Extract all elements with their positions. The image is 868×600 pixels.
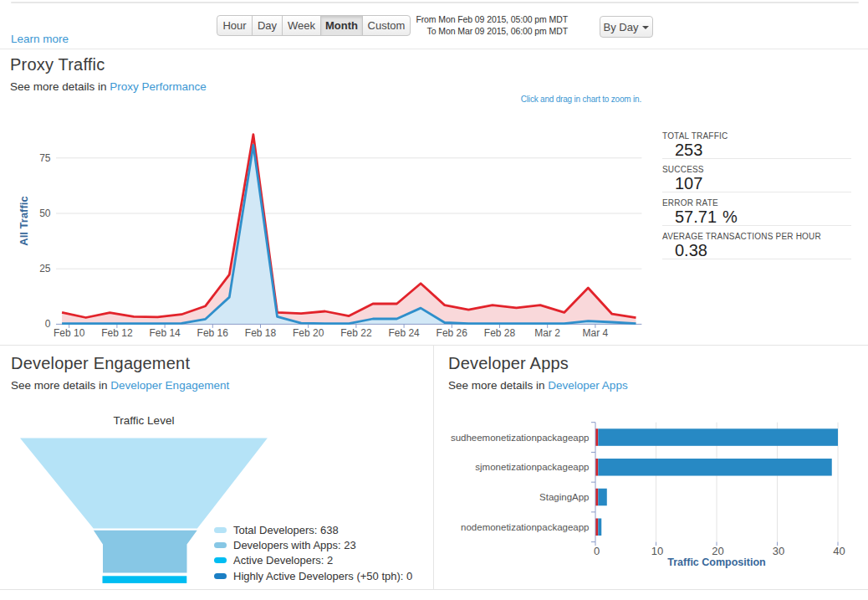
x-tick-label: Feb 12 — [101, 327, 133, 339]
funnel-title: Traffic Level — [85, 414, 202, 427]
x-tick-label: 0 — [594, 545, 600, 557]
date-range-display: From Mon Feb 09 2015, 05:00 pm MDT To Mo… — [394, 14, 568, 37]
y-tick-label: 75 — [39, 152, 51, 164]
stat-value: 253 — [662, 141, 851, 158]
stat-row: AVERAGE TRANSACTIONS PER HOUR0.38 — [662, 226, 851, 259]
bar-segment-traffic-2 — [598, 489, 607, 506]
x-tick-label: Feb 28 — [484, 327, 516, 339]
legend-swatch — [214, 557, 227, 563]
legend-label: Active Developers: 2 — [233, 554, 333, 567]
x-tick-label: Feb 10 — [54, 327, 85, 339]
x-tick-label: 40 — [833, 545, 845, 557]
date-from-label: From — [416, 14, 436, 24]
date-to-label: To — [427, 26, 437, 36]
category-label: sudheemonetizationpackageapp — [451, 433, 590, 443]
x-axis-title: Traffic Composition — [667, 556, 765, 568]
x-tick-label: Feb 22 — [340, 327, 372, 339]
series-line-all-traffic — [62, 135, 636, 318]
x-tick-label: Feb 14 — [149, 327, 181, 339]
group-by-label: By Day — [604, 21, 639, 33]
category-label: nodemonetizationpackageapp — [461, 522, 589, 532]
developer-engagement-title: Developer Engagement — [11, 354, 190, 373]
funnel-segment-active-developers — [103, 576, 187, 583]
y-axis-title: All Traffic — [18, 196, 30, 245]
date-from-line: From Mon Feb 09 2015, 05:00 pm MDT — [394, 14, 568, 26]
x-tick-label: Feb 24 — [388, 327, 420, 339]
x-tick-label: Feb 18 — [245, 327, 277, 339]
y-tick-label: 50 — [39, 208, 51, 219]
date-to-line: To Mon Mar 09 2015, 06:00 pm MDT — [394, 26, 568, 38]
section-divider-horizontal — [0, 345, 868, 346]
stat-value: 57.71% — [662, 208, 851, 225]
proxy-traffic-chart[interactable]: 0255075All TrafficFeb 10Feb 12Feb 14Feb … — [0, 107, 661, 341]
legend-label: Developers with Apps: 23 — [233, 539, 356, 551]
range-button-week[interactable]: Week — [282, 15, 321, 36]
x-tick-label: 20 — [712, 545, 723, 557]
top-panel-edge — [11, 2, 859, 3]
x-tick-label: Mar 4 — [583, 327, 609, 339]
group-by-dropdown-button[interactable]: By Day — [600, 16, 653, 38]
y-tick-label: 0 — [45, 318, 51, 330]
proxy-traffic-title: Proxy Traffic — [10, 55, 105, 74]
developer-apps-subtitle: See more details in Developer Apps — [448, 379, 628, 392]
legend-swatch — [214, 573, 227, 579]
proxy-traffic-subtitle: See more details in Proxy Performance — [10, 80, 207, 93]
x-tick-label: Feb 26 — [437, 327, 468, 339]
category-label: sjmonetizationpackageapp — [475, 462, 589, 472]
stat-row: TOTAL TRAFFIC253 — [662, 126, 851, 159]
date-from-value: Mon Feb 09 2015, 05:00 pm MDT — [438, 14, 568, 24]
caret-down-icon — [642, 26, 649, 29]
subtitle-text: See more details in — [10, 80, 107, 93]
legend-label: Total Developers: 638 — [233, 524, 339, 536]
x-tick-label: Mar 2 — [534, 327, 560, 339]
developer-apps-link[interactable]: Developer Apps — [548, 379, 627, 392]
chart-zoom-hint: Click and drag in chart to zoom in. — [521, 95, 641, 104]
x-tick-label: 10 — [651, 545, 663, 557]
stat-row: SUCCESS107 — [662, 159, 851, 192]
series-line-success — [62, 145, 636, 323]
traffic-stats-panel: TOTAL TRAFFIC253SUCCESS107ERROR RATE57.7… — [662, 126, 851, 259]
proxy-performance-link[interactable]: Proxy Performance — [110, 80, 207, 93]
stat-value: 107 — [662, 175, 851, 192]
x-tick-label: Feb 20 — [293, 327, 324, 339]
legend-item: Developers with Apps: 23 — [214, 537, 412, 552]
funnel-segment-total-developers — [20, 438, 268, 528]
developer-engagement-link[interactable]: Developer Engagement — [110, 379, 229, 392]
legend-label: Highly Active Developers (+50 tph): 0 — [233, 570, 412, 582]
toolbar-divider — [0, 49, 868, 49]
learn-more-link[interactable]: Learn more — [11, 33, 69, 45]
legend-swatch — [214, 542, 227, 548]
range-button-day[interactable]: Day — [252, 15, 283, 36]
series-area-all-traffic — [62, 135, 636, 325]
y-tick-label: 25 — [39, 263, 51, 274]
subtitle-text: See more details in — [11, 379, 108, 392]
bar-segment-traffic-1 — [598, 459, 831, 476]
x-tick-label: Feb 16 — [197, 327, 229, 339]
legend-swatch — [214, 527, 227, 533]
stat-value-suffix: % — [722, 208, 738, 226]
x-tick-label: 30 — [773, 545, 784, 557]
legend-item: Total Developers: 638 — [214, 522, 412, 537]
developer-apps-title: Developer Apps — [448, 354, 569, 373]
developer-apps-chart: sudheemonetizationpackageappsjmonetizati… — [433, 393, 868, 590]
bar-segment-traffic-0 — [598, 428, 838, 446]
stat-row: ERROR RATE57.71% — [662, 192, 851, 226]
bar-segment-traffic-3 — [598, 518, 601, 536]
legend-item: Highly Active Developers (+50 tph): 0 — [214, 568, 412, 583]
range-button-hour[interactable]: Hour — [217, 15, 253, 36]
funnel-legend: Total Developers: 638Developers with App… — [214, 522, 412, 583]
date-to-value: Mon Mar 09 2015, 06:00 pm MDT — [438, 26, 568, 36]
series-area-success — [62, 145, 636, 324]
legend-item: Active Developers: 2 — [214, 553, 412, 568]
subtitle-text: See more details in — [448, 379, 545, 392]
developer-engagement-subtitle: See more details in Developer Engagement — [11, 379, 229, 392]
category-label: StagingApp — [539, 492, 589, 502]
funnel-segment-developers-with-apps — [94, 531, 197, 573]
analytics-dashboard: Learn more HourDayWeekMonthCustom From M… — [0, 0, 868, 600]
time-range-button-group: HourDayWeekMonthCustom — [217, 15, 411, 36]
stat-value: 0.38 — [662, 242, 851, 259]
range-button-month[interactable]: Month — [320, 15, 363, 36]
